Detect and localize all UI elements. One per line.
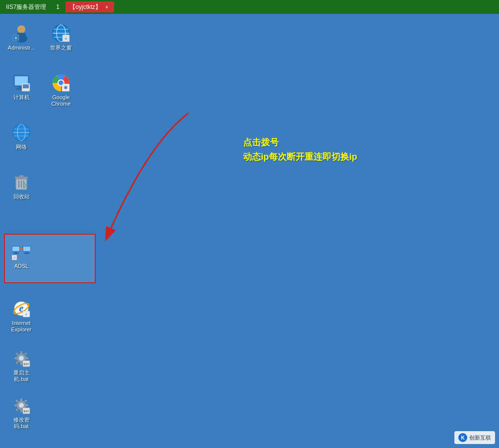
svg-point-54 xyxy=(19,356,24,361)
svg-text:↗: ↗ xyxy=(13,256,16,259)
svg-point-66 xyxy=(19,403,24,408)
google-chrome-label: Google Chrome xyxy=(51,94,70,107)
svg-rect-68 xyxy=(20,409,22,412)
desktop-icon-administrator[interactable]: A Administr... xyxy=(4,21,39,53)
world-window-label: 世界之窗 xyxy=(50,45,72,51)
desktop: A Administr... e 世界之窗 xyxy=(0,14,499,448)
svg-rect-56 xyxy=(20,362,22,365)
restart-bat-label: 重启主机.bat xyxy=(6,370,37,383)
desktop-icon-network[interactable]: 网络 xyxy=(4,121,39,152)
restart-bat-icon: BAT xyxy=(11,348,31,368)
ie-icon: e e xyxy=(11,299,31,319)
svg-marker-45 xyxy=(20,248,21,251)
computer-label: 计算机 xyxy=(13,94,30,101)
svg-text:A: A xyxy=(15,36,17,40)
taskbar-oyjctktz-label: 【oyjctktz】 xyxy=(69,3,101,11)
desktop-icon-change-password-bat[interactable]: BAT 修改密码.bat xyxy=(4,393,39,432)
taskbar-oyjctktz[interactable]: 【oyjctktz】 × xyxy=(65,1,114,12)
svg-rect-36 xyxy=(12,247,19,251)
svg-text:BAT: BAT xyxy=(23,363,29,366)
adsl-label: ADSL xyxy=(14,263,29,269)
taskbar-tab1-label: 1 xyxy=(56,3,60,10)
administrator-label: Administr... xyxy=(8,45,35,51)
svg-rect-17 xyxy=(23,84,29,88)
taskbar-tab1[interactable]: 1 xyxy=(52,1,63,12)
svg-rect-42 xyxy=(24,253,30,254)
change-password-bat-label: 修改密码.bat xyxy=(6,417,37,430)
desktop-icon-restart-bat[interactable]: BAT 重启主机.bat xyxy=(4,346,39,384)
svg-rect-70 xyxy=(25,404,28,406)
google-chrome-icon xyxy=(51,73,71,93)
svg-rect-38 xyxy=(13,253,19,254)
svg-point-23 xyxy=(64,86,67,89)
svg-point-0 xyxy=(17,25,25,33)
annotation-text: 点击拨号 动态ip每次断开重连即切换ip xyxy=(243,135,357,164)
desktop-icon-world-window[interactable]: e 世界之窗 xyxy=(44,21,78,53)
annotation-line1: 点击拨号 xyxy=(243,135,357,150)
svg-text:BAT: BAT xyxy=(23,410,29,413)
taskbar-iis7-label: IIS7服务器管理 xyxy=(6,3,46,11)
taskbar-close-icon[interactable]: × xyxy=(103,3,110,10)
recycle-bin-icon xyxy=(11,172,31,192)
world-window-icon: e xyxy=(51,23,71,43)
svg-rect-41 xyxy=(25,252,28,253)
watermark: K 创新互联 xyxy=(454,431,495,444)
watermark-icon: K xyxy=(458,433,467,442)
svg-rect-40 xyxy=(23,247,30,251)
change-password-bat-icon: BAT xyxy=(11,395,31,415)
recycle-bin-label: 回收站 xyxy=(13,193,30,200)
watermark-text: 创新互联 xyxy=(469,434,491,442)
desktop-icon-ie[interactable]: e e Internet Explorer xyxy=(4,297,39,335)
svg-text:e: e xyxy=(65,36,67,41)
ie-label: Internet Explorer xyxy=(11,320,32,333)
svg-rect-37 xyxy=(14,252,17,253)
annotation-line2: 动态ip每次断开重连即切换ip xyxy=(243,150,357,164)
adsl-icon: ↗ xyxy=(11,242,31,261)
svg-rect-57 xyxy=(14,357,17,359)
desktop-icon-adsl[interactable]: ↗ ADSL xyxy=(4,240,39,271)
svg-rect-58 xyxy=(25,357,28,359)
network-label: 网络 xyxy=(16,144,27,150)
computer-icon xyxy=(11,73,31,93)
taskbar: IIS7服务器管理 1 【oyjctktz】 × xyxy=(0,0,499,14)
svg-text:e: e xyxy=(25,312,27,317)
desktop-icon-computer[interactable]: 计算机 xyxy=(4,71,39,103)
svg-rect-55 xyxy=(20,351,22,354)
administrator-icon: A xyxy=(11,23,31,43)
svg-rect-69 xyxy=(14,404,17,406)
taskbar-iis7[interactable]: IIS7服务器管理 xyxy=(2,1,50,12)
desktop-icon-google-chrome[interactable]: Google Chrome xyxy=(44,71,78,109)
network-icon xyxy=(11,123,31,142)
desktop-icon-recycle-bin[interactable]: 回收站 xyxy=(4,170,39,202)
svg-marker-44 xyxy=(22,248,23,251)
svg-rect-31 xyxy=(19,175,24,177)
svg-rect-67 xyxy=(20,398,22,401)
